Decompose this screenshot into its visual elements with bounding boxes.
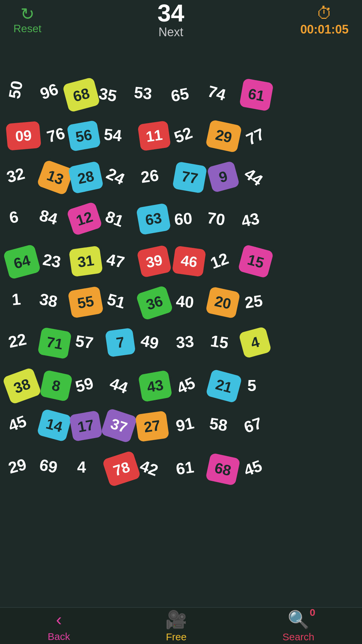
header: ↻ Reset 34 Next ⏱ 00:01:05 [0,0,362,37]
tile-58[interactable]: 8 [40,370,73,402]
tile-56[interactable]: 4 [238,326,272,359]
tile-40[interactable]: 15 [238,244,274,278]
tile-33[interactable]: 64 [3,244,41,280]
back-icon: ‹ [56,609,62,630]
num-42[interactable]: 38 [38,290,59,311]
tile-69[interactable]: 27 [135,411,170,442]
num-10[interactable]: 76 [45,124,67,146]
num-12[interactable]: 54 [103,125,123,145]
search-count: 0 [310,607,315,618]
num-78[interactable]: 61 [175,458,195,479]
tile-68[interactable]: 37 [101,408,138,443]
num-36[interactable]: 47 [105,250,126,272]
num-54[interactable]: 33 [175,332,195,352]
num-62[interactable]: 45 [174,373,198,397]
tile-52[interactable]: 7 [105,328,136,358]
tile-18[interactable]: 13 [37,159,74,196]
reset-label: Reset [13,22,42,35]
num-2[interactable]: 96 [38,80,61,103]
num-5[interactable]: 53 [133,83,153,103]
num-51[interactable]: 57 [74,332,95,353]
num-73[interactable]: 29 [6,455,28,477]
num-39[interactable]: 12 [208,249,231,273]
num-24[interactable]: 44 [241,164,266,190]
num-77[interactable]: 42 [137,457,161,480]
tile-9[interactable]: 09 [6,121,42,151]
num-31[interactable]: 70 [206,209,226,229]
free-label: Free [166,631,187,643]
tile-43[interactable]: 55 [68,286,104,318]
tile-79[interactable]: 68 [205,453,240,486]
tile-63[interactable]: 21 [205,369,242,403]
tile-57[interactable]: 38 [2,367,42,405]
tile-11[interactable]: 56 [67,120,101,152]
tile-61[interactable]: 43 [138,370,173,402]
tile-15[interactable]: 29 [205,119,242,153]
num-26[interactable]: 84 [38,206,60,228]
num-44[interactable]: 51 [105,290,127,312]
timer-text: 00:01:05 [300,22,349,37]
num-53[interactable]: 49 [139,331,161,353]
tile-35[interactable]: 31 [69,246,103,277]
num-25[interactable]: 6 [8,207,20,227]
num-75[interactable]: 4 [77,458,86,476]
num-20[interactable]: 24 [104,164,128,188]
search-button[interactable]: 🔍0 Search [283,609,314,643]
free-button[interactable]: 🎥 Free [165,609,187,643]
num-28[interactable]: 81 [103,207,126,231]
tile-22[interactable]: 77 [172,161,207,194]
next-number: 34 [158,1,184,25]
tile-76[interactable]: 78 [102,450,141,487]
tile-29[interactable]: 63 [136,203,171,235]
timer-icon: ⏱ [316,4,333,22]
num-60[interactable]: 44 [107,374,130,397]
num-74[interactable]: 69 [38,455,59,477]
num-34[interactable]: 23 [42,250,62,271]
num-4[interactable]: 35 [98,84,118,105]
back-button[interactable]: ‹ Back [48,609,70,642]
reset-icon: ↻ [20,6,35,22]
num-64[interactable]: 5 [247,376,256,395]
num-49[interactable]: 22 [7,330,28,352]
tile-66[interactable]: 14 [37,409,72,442]
num-70[interactable]: 91 [174,414,196,435]
tile-19[interactable]: 28 [68,161,104,194]
tile-45[interactable]: 36 [136,285,174,321]
num-80[interactable]: 45 [241,457,264,480]
reset-button[interactable]: ↻ Reset [13,6,42,35]
num-7[interactable]: 74 [206,82,228,104]
num-55[interactable]: 15 [209,332,230,353]
timer: ⏱ 00:01:05 [300,4,349,37]
num-41[interactable]: 1 [11,290,21,309]
game-area: 5096683553657461097656541152297732132824… [0,37,362,607]
tile-37[interactable]: 39 [136,245,172,278]
num-72[interactable]: 67 [242,414,264,437]
num-71[interactable]: 58 [208,414,229,435]
camera-icon: 🎥 [165,609,187,630]
tile-13[interactable]: 11 [137,120,171,151]
num-59[interactable]: 59 [73,374,96,396]
tile-8[interactable]: 61 [239,78,274,111]
num-21[interactable]: 26 [139,166,160,187]
num-1[interactable]: 50 [5,79,26,100]
search-label: Search [283,631,314,643]
num-46[interactable]: 40 [175,292,195,312]
tile-27[interactable]: 12 [66,201,103,236]
num-65[interactable]: 45 [6,412,29,435]
tile-38[interactable]: 46 [172,246,206,277]
num-32[interactable]: 43 [240,209,261,231]
num-6[interactable]: 65 [170,84,190,105]
num-30[interactable]: 60 [174,209,193,229]
tile-67[interactable]: 17 [69,410,103,442]
num-16[interactable]: 77 [243,124,267,149]
next-info: 34 Next [158,1,184,39]
num-17[interactable]: 32 [5,164,27,186]
num-14[interactable]: 52 [172,123,195,147]
tile-23[interactable]: 9 [206,161,240,193]
tile-50[interactable]: 71 [38,327,72,359]
search-icon: 🔍0 [288,609,309,630]
tile-47[interactable]: 20 [205,286,241,319]
back-label: Back [48,631,70,642]
tile-3[interactable]: 68 [62,77,101,113]
num-48[interactable]: 25 [243,291,264,312]
